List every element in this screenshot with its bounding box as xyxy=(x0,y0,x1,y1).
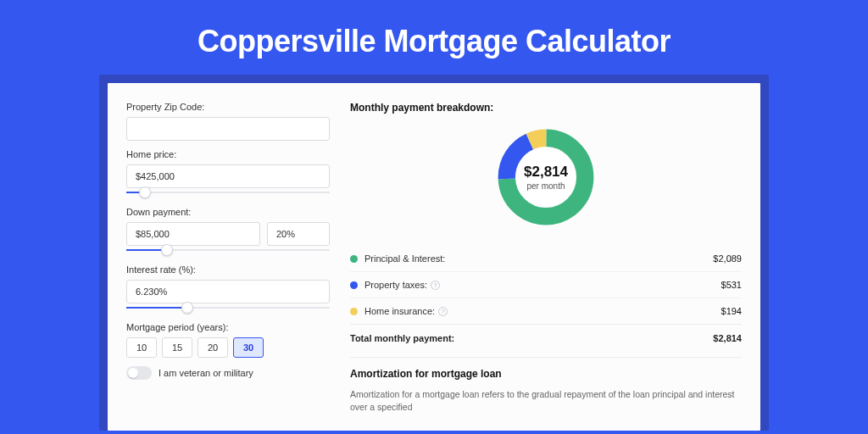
period-option-30[interactable]: 30 xyxy=(233,337,264,358)
zip-field: Property Zip Code: xyxy=(126,102,330,141)
help-icon[interactable]: ? xyxy=(438,307,448,316)
page-title: Coppersville Mortgage Calculator xyxy=(0,0,868,75)
interest-rate-input[interactable] xyxy=(126,280,330,303)
legend-row-tax: Property taxes: ? $531 xyxy=(350,271,742,298)
total-value: $2,814 xyxy=(713,333,742,343)
slider-rest xyxy=(145,192,330,193)
period-option-10[interactable]: 10 xyxy=(126,337,157,358)
amortization-section: Amortization for mortgage loan Amortizat… xyxy=(350,357,742,414)
veteran-row: I am veteran or military xyxy=(126,366,330,380)
slider-rest xyxy=(167,249,330,251)
slider-fill xyxy=(126,307,187,309)
legend-value-tax: $531 xyxy=(721,280,742,290)
mortgage-period-field: Mortgage period (years): 10 15 20 30 xyxy=(126,322,330,358)
breakdown-heading: Monthly payment breakdown: xyxy=(350,102,742,114)
amortization-heading: Amortization for mortgage loan xyxy=(350,368,742,380)
donut-chart-area: $2,814 per month xyxy=(350,122,742,241)
down-payment-row xyxy=(126,222,330,246)
down-payment-field: Down payment: xyxy=(126,207,330,256)
zip-input[interactable] xyxy=(126,117,330,141)
legend: Principal & Interest: $2,089 Property ta… xyxy=(350,246,742,353)
home-price-field: Home price: xyxy=(126,149,330,198)
donut-sub: per month xyxy=(526,181,565,191)
donut-center: $2,814 per month xyxy=(494,125,598,229)
slider-thumb[interactable] xyxy=(139,186,151,198)
legend-dot-icon xyxy=(350,308,358,315)
toggle-knob xyxy=(128,368,138,378)
interest-rate-field: Interest rate (%): xyxy=(126,264,330,314)
legend-value-ins: $194 xyxy=(721,306,742,316)
interest-rate-slider[interactable] xyxy=(126,302,330,314)
legend-value-pi: $2,089 xyxy=(713,253,742,264)
slider-thumb[interactable] xyxy=(161,244,173,256)
slider-rest xyxy=(187,307,330,309)
donut-chart: $2,814 per month xyxy=(494,125,598,229)
legend-label-tax: Property taxes: ? xyxy=(364,280,721,290)
veteran-label: I am veteran or military xyxy=(159,368,253,378)
legend-row-ins: Home insurance: ? $194 xyxy=(350,298,742,324)
down-payment-input[interactable] xyxy=(126,222,260,246)
period-option-20[interactable]: 20 xyxy=(198,337,228,358)
calculator-card: Property Zip Code: Home price: Down paym… xyxy=(108,83,760,431)
home-price-input[interactable] xyxy=(126,164,330,188)
results-column: Monthly payment breakdown: $2,814 per mo… xyxy=(350,102,742,431)
donut-amount: $2,814 xyxy=(524,164,568,181)
legend-row-total: Total monthly payment: $2,814 xyxy=(350,324,742,353)
help-icon[interactable]: ? xyxy=(431,281,440,290)
inputs-column: Property Zip Code: Home price: Down paym… xyxy=(126,102,330,431)
legend-dot-icon xyxy=(350,255,358,263)
legend-label-text: Principal & Interest: xyxy=(364,253,445,264)
down-payment-label: Down payment: xyxy=(126,207,330,217)
mortgage-period-label: Mortgage period (years): xyxy=(126,322,330,332)
down-payment-slider[interactable] xyxy=(126,244,330,256)
calculator-frame: Property Zip Code: Home price: Down paym… xyxy=(99,75,769,431)
mortgage-period-options: 10 15 20 30 xyxy=(126,337,330,358)
home-price-label: Home price: xyxy=(126,149,330,159)
period-option-15[interactable]: 15 xyxy=(162,337,192,358)
slider-thumb[interactable] xyxy=(181,302,193,314)
veteran-toggle[interactable] xyxy=(126,366,152,380)
legend-dot-icon xyxy=(350,281,358,289)
total-label: Total monthly payment: xyxy=(350,333,454,343)
interest-rate-label: Interest rate (%): xyxy=(126,264,330,275)
legend-row-pi: Principal & Interest: $2,089 xyxy=(350,246,742,271)
legend-label-pi: Principal & Interest: xyxy=(364,253,713,264)
legend-label-text: Property taxes: xyxy=(364,280,427,290)
legend-label-text: Home insurance: xyxy=(364,306,435,316)
amortization-text: Amortization for a mortgage loan refers … xyxy=(350,388,742,414)
legend-label-ins: Home insurance: ? xyxy=(364,306,721,316)
home-price-slider[interactable] xyxy=(126,186,330,198)
zip-label: Property Zip Code: xyxy=(126,102,330,112)
down-payment-percent-input[interactable] xyxy=(267,222,330,246)
